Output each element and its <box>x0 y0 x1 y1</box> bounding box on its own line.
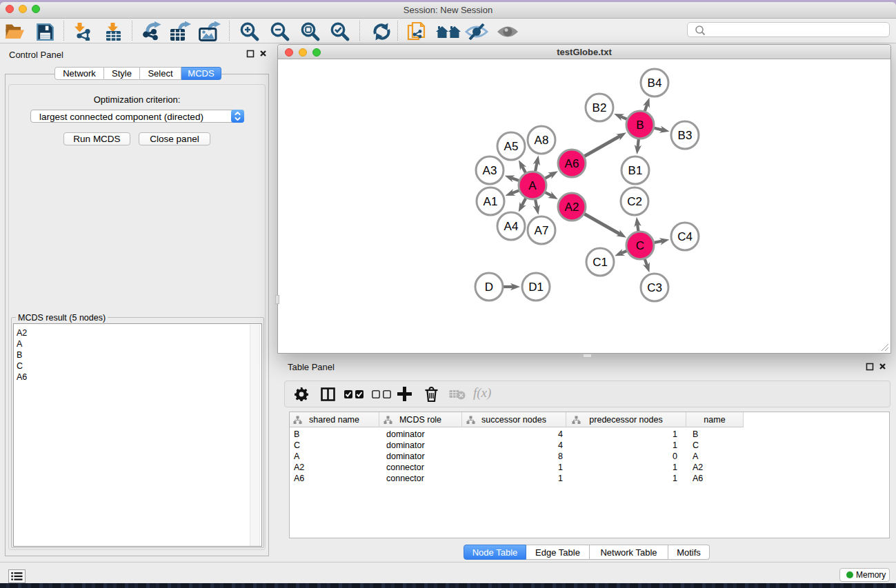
svg-text:A8: A8 <box>535 134 549 147</box>
svg-text:A1: A1 <box>484 195 498 208</box>
svg-text:A3: A3 <box>483 164 497 177</box>
svg-text:B1: B1 <box>628 164 643 177</box>
svg-text:C2: C2 <box>627 195 642 208</box>
svg-text:B4: B4 <box>648 77 662 90</box>
svg-text:A2: A2 <box>565 201 579 214</box>
svg-text:C: C <box>636 239 644 252</box>
svg-text:A7: A7 <box>535 224 549 237</box>
svg-text:C1: C1 <box>593 256 608 269</box>
svg-text:B: B <box>636 119 644 132</box>
svg-text:A5: A5 <box>504 140 519 153</box>
svg-text:C3: C3 <box>647 281 662 294</box>
svg-text:D1: D1 <box>528 281 544 294</box>
svg-text:A: A <box>528 179 537 192</box>
svg-text:A4: A4 <box>504 220 519 233</box>
svg-text:B2: B2 <box>593 101 607 114</box>
svg-text:D: D <box>485 281 493 294</box>
svg-text:B3: B3 <box>678 129 693 142</box>
svg-text:A6: A6 <box>565 157 579 170</box>
svg-text:C4: C4 <box>677 230 693 243</box>
